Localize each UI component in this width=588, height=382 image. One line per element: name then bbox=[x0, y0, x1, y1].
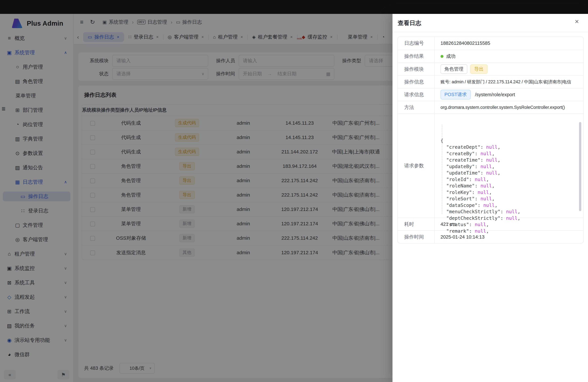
view-log-drawer: 查看日志 × 日志编号 1882612840802115585 操作结果 成功 … bbox=[393, 14, 588, 382]
field-label-log-id: 日志编号 bbox=[398, 37, 435, 50]
field-value-result: 成功 bbox=[435, 50, 583, 63]
drawer-header: 查看日志 × bbox=[393, 14, 588, 32]
json-line: "createBy": null, bbox=[441, 150, 578, 157]
drawer-title: 查看日志 bbox=[398, 19, 421, 27]
field-label-module: 操作模块 bbox=[398, 63, 435, 75]
request-url: /system/role/export bbox=[475, 92, 515, 97]
json-line: { bbox=[441, 138, 578, 144]
field-label-duration: 耗时 bbox=[398, 218, 435, 230]
json-line: "roleKey": null, bbox=[441, 189, 578, 196]
json-line: "updateBy": null, bbox=[441, 163, 578, 170]
field-label-optime: 操作时间 bbox=[398, 231, 435, 243]
json-line: "deptCheckStrictly": null, bbox=[441, 215, 578, 222]
json-line: "roleName": null, bbox=[441, 183, 578, 189]
json-line: "createTime": null, bbox=[441, 157, 578, 163]
field-value-log-id: 1882612840802115585 bbox=[435, 37, 583, 50]
field-label-result: 操作结果 bbox=[398, 50, 435, 63]
json-line: "menuCheckStrictly": null, bbox=[441, 209, 578, 215]
json-lines: { "createDept": null, "createBy": null, … bbox=[441, 118, 578, 234]
close-icon[interactable]: × bbox=[575, 18, 579, 25]
field-value-module: 角色管理 导出 bbox=[435, 63, 583, 75]
scrollbar-thumb[interactable] bbox=[579, 122, 581, 211]
log-detail-table: 日志编号 1882612840802115585 操作结果 成功 操作模块 角色… bbox=[397, 36, 584, 243]
post-method-badge: POST请求 bbox=[441, 90, 471, 100]
module-badge: 角色管理 bbox=[441, 64, 467, 74]
field-label-request: 请求信息 bbox=[398, 88, 435, 101]
success-dot-icon bbox=[441, 55, 443, 58]
field-label-method: 方法 bbox=[398, 101, 435, 114]
json-line: "roleSort": null, bbox=[441, 196, 578, 202]
json-line: "status": null, bbox=[441, 221, 578, 228]
field-value-request: POST请求 /system/role/export bbox=[435, 88, 583, 101]
op-type-badge: 导出 bbox=[470, 64, 487, 74]
request-params-json[interactable]: { "createDept": null, "createBy": null, … bbox=[435, 114, 583, 218]
status-text: 成功 bbox=[446, 53, 456, 60]
json-line: "createDept": null, bbox=[441, 144, 578, 150]
field-label-info: 操作信息 bbox=[398, 76, 435, 88]
json-line: "updateTime": null, bbox=[441, 170, 578, 176]
field-value-method: org.dromara.system.controller.system.Sys… bbox=[435, 101, 583, 114]
json-line: "roleId": null, bbox=[441, 176, 578, 183]
json-line: "dataScope": null, bbox=[441, 202, 578, 209]
field-label-params: 请求参数 bbox=[398, 114, 435, 218]
json-line: "remark": null, bbox=[441, 228, 578, 234]
field-value-info: 账号: admin / 研发部门 / 222.175.114.242 / 中国|… bbox=[435, 76, 583, 88]
